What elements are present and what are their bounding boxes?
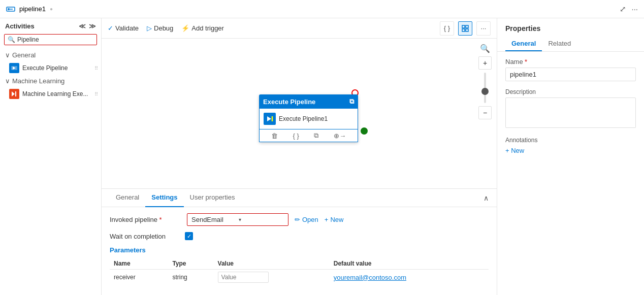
sidebar-item-execute-pipeline[interactable]: Execute Pipeline ⠿ [0, 61, 101, 75]
col-name: Name [110, 258, 168, 270]
search-input[interactable] [17, 36, 93, 43]
ml-execute-label: Machine Learning Exe... [22, 90, 96, 97]
param-name: receiver [110, 270, 168, 285]
param-value-input[interactable] [218, 272, 269, 283]
node-open-icon[interactable]: ⧉ [349, 97, 354, 106]
new-annotation-button[interactable]: + New [505, 147, 636, 154]
validate-button[interactable]: ✓ Validate [108, 24, 139, 32]
topbar-title: pipeline1 [19, 5, 46, 13]
chevron-down-icon-ml: ∨ [5, 77, 10, 85]
wait-checkbox[interactable] [185, 232, 193, 240]
expand-icon[interactable]: ⤢ [620, 5, 626, 14]
grid-button[interactable] [458, 21, 472, 36]
param-default: youremail@contoso.com [330, 270, 489, 285]
execute-pipeline-icon [9, 63, 19, 73]
debug-label: Debug [154, 24, 173, 32]
name-input[interactable] [505, 68, 636, 81]
invoked-pipeline-label: Invoked pipeline * [110, 216, 181, 223]
svg-rect-10 [466, 29, 468, 31]
prop-tab-related[interactable]: Related [542, 37, 577, 51]
search-icon: 🔍 [8, 36, 15, 43]
execute-pipeline-label: Execute Pipeline [22, 64, 96, 72]
topbar-dot: ● [50, 6, 53, 12]
arrow-right-icon[interactable]: ⊕→ [334, 132, 346, 140]
ml-execute-icon [9, 89, 19, 99]
new-annotation-label: + New [505, 147, 524, 154]
tab-general[interactable]: General [110, 189, 145, 207]
new-pipeline-button[interactable]: + New [325, 216, 344, 223]
validate-icon: ✓ [108, 24, 113, 32]
debug-button[interactable]: ▷ Debug [147, 24, 173, 32]
zoom-thumb [481, 88, 489, 95]
code-icon[interactable]: { } [293, 132, 299, 140]
param-type: string [168, 270, 213, 285]
col-default: Default value [330, 258, 489, 270]
svg-rect-9 [462, 29, 465, 31]
add-trigger-button[interactable]: ⚡ Add trigger [181, 24, 224, 32]
annotations-label: Annotations [505, 137, 636, 144]
chevron-down-icon: ∨ [5, 51, 10, 59]
more-canvas-button[interactable]: ··· [476, 21, 491, 36]
node-body-icon [264, 113, 276, 125]
tab-settings[interactable]: Settings [145, 189, 183, 207]
collapse-icon[interactable]: ≪ [79, 22, 86, 30]
plus-icon: + [325, 216, 329, 223]
debug-icon: ▷ [147, 24, 152, 32]
name-field-label: Name * [505, 58, 636, 65]
tab-user-properties[interactable]: User properties [184, 189, 241, 207]
params-title: Parameters [110, 246, 489, 254]
name-required: * [525, 58, 527, 65]
drag-handle-ml: ⠿ [94, 91, 98, 97]
invoked-required: * [159, 216, 162, 223]
ml-label: Machine Learning [12, 77, 65, 85]
pencil-icon: ✏ [295, 216, 300, 223]
collapse-panel-icon[interactable]: ∧ [484, 194, 489, 202]
node-header-label: Execute Pipeline [263, 98, 315, 106]
delete-icon[interactable]: 🗑 [271, 132, 278, 140]
sidebar-item-ml-execute[interactable]: Machine Learning Exe... ⠿ [0, 87, 101, 101]
properties-title: Properties [497, 18, 644, 32]
invoked-pipeline-dropdown[interactable]: SendEmail ▾ [187, 213, 288, 226]
general-section[interactable]: ∨ General [0, 49, 101, 61]
expand-icon[interactable]: ≫ [89, 22, 96, 30]
node-success-connector [361, 127, 368, 135]
svg-marker-11 [267, 116, 271, 121]
node-body-label: Execute Pipeline1 [279, 115, 328, 122]
pipeline-dropdown-value: SendEmail [191, 216, 237, 223]
zoom-slider[interactable] [484, 73, 486, 103]
general-label: General [12, 51, 36, 59]
chevron-down-icon: ▾ [239, 217, 284, 222]
svg-point-1 [8, 8, 10, 10]
col-value: Value [214, 258, 330, 270]
more-icon[interactable]: ··· [631, 5, 638, 13]
search-box[interactable]: 🔍 [4, 34, 97, 45]
execute-pipeline-node[interactable]: Execute Pipeline ⧉ Execute Pipeline1 [259, 94, 358, 142]
description-textarea[interactable] [505, 97, 636, 128]
svg-rect-7 [462, 25, 465, 28]
prop-tab-general[interactable]: General [505, 37, 542, 51]
open-button[interactable]: ✏ Open [295, 216, 318, 223]
svg-rect-8 [466, 25, 468, 28]
trigger-icon: ⚡ [181, 24, 189, 32]
param-value-cell[interactable] [214, 270, 330, 285]
zoom-in-button[interactable]: + [478, 56, 492, 70]
copy-icon[interactable]: ⧉ [314, 132, 318, 140]
ml-section[interactable]: ∨ Machine Learning [0, 75, 101, 87]
wait-label: Wait on completion [110, 233, 181, 240]
table-row: receiver string youremail@contoso.com [110, 270, 489, 285]
validate-label: Validate [115, 24, 139, 32]
svg-marker-5 [12, 91, 15, 96]
add-trigger-label: Add trigger [191, 24, 224, 32]
zoom-out-button[interactable]: − [478, 106, 492, 119]
col-type: Type [168, 258, 213, 270]
drag-handle: ⠿ [94, 65, 98, 71]
braces-button[interactable]: { } [440, 21, 454, 36]
pipeline-icon [6, 5, 15, 14]
description-field-label: Description [505, 88, 636, 95]
sidebar-title: Activities [5, 22, 35, 30]
zoom-controls: 🔍 + − [478, 44, 492, 119]
zoom-search-icon[interactable]: 🔍 [480, 44, 490, 53]
default-value[interactable]: youremail@contoso.com [334, 274, 406, 281]
